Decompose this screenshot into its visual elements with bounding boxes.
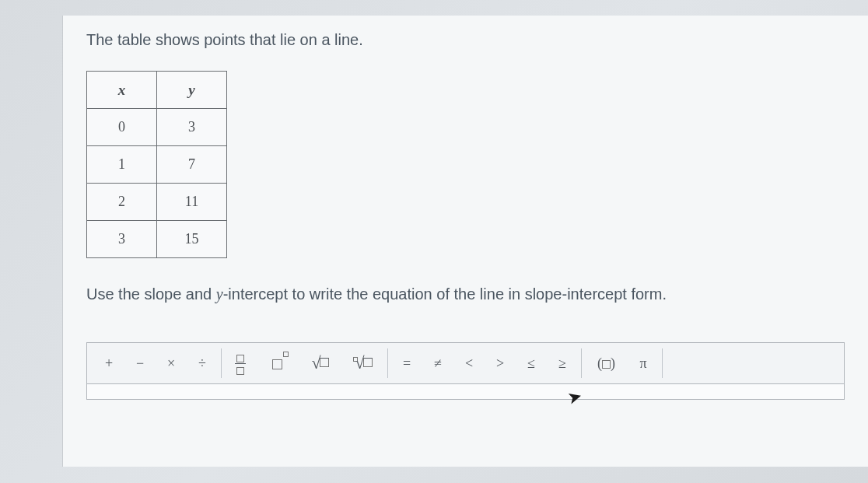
table-header-row: x y xyxy=(87,72,227,109)
minus-button[interactable]: − xyxy=(124,347,156,380)
cell-y: 3 xyxy=(157,109,227,146)
table-row: 1 7 xyxy=(87,146,227,184)
cell-x: 2 xyxy=(87,184,157,221)
header-x: x xyxy=(87,72,157,109)
points-table: x y 0 3 1 7 2 11 3 15 xyxy=(86,71,227,258)
cell-y: 15 xyxy=(157,221,227,258)
table-row: 2 11 xyxy=(87,184,227,221)
math-toolbar: + − × ÷ √ √ = xyxy=(86,342,845,384)
nth-root-button[interactable]: √ xyxy=(341,347,384,380)
table-row: 0 3 xyxy=(87,109,227,146)
greater-than-button[interactable]: > xyxy=(485,347,516,380)
sqrt-button[interactable]: √ xyxy=(299,347,341,380)
instruction-post: -intercept to write the equation of the … xyxy=(223,285,667,303)
exponent-button[interactable] xyxy=(256,347,299,380)
plus-button[interactable]: + xyxy=(93,347,124,380)
question-panel: The table shows points that lie on a lin… xyxy=(62,16,868,467)
cell-y: 11 xyxy=(157,184,227,221)
table-row: 3 15 xyxy=(87,221,227,258)
greater-equal-button[interactable]: ≥ xyxy=(547,347,578,380)
toolbar-divider xyxy=(221,348,222,378)
pi-button[interactable]: π xyxy=(628,347,659,380)
cell-x: 1 xyxy=(87,146,157,184)
equals-button[interactable]: = xyxy=(391,347,422,380)
cell-x: 3 xyxy=(87,221,157,258)
exponent-icon xyxy=(272,355,282,372)
nth-root-icon: √ xyxy=(353,353,372,373)
cell-y: 7 xyxy=(157,146,227,184)
instruction-pre: Use the slope and xyxy=(86,285,216,303)
toolbar-divider xyxy=(662,348,663,378)
divide-button[interactable]: ÷ xyxy=(187,347,218,380)
sqrt-icon: √ xyxy=(311,353,328,373)
fraction-icon xyxy=(235,352,246,374)
instruction-text: Use the slope and y-intercept to write t… xyxy=(86,285,845,303)
not-equals-button[interactable]: ≠ xyxy=(422,347,453,380)
header-y: y xyxy=(157,72,227,109)
toolbar-divider xyxy=(581,348,582,378)
less-than-button[interactable]: < xyxy=(453,347,485,380)
toolbar-divider xyxy=(387,348,388,378)
less-equal-button[interactable]: ≤ xyxy=(516,347,547,380)
fraction-button[interactable] xyxy=(225,347,256,380)
cell-x: 0 xyxy=(87,109,157,146)
instruction-var: y xyxy=(216,285,223,303)
parentheses-icon: () xyxy=(597,355,615,372)
answer-input[interactable] xyxy=(86,384,845,400)
question-prompt: The table shows points that lie on a lin… xyxy=(86,31,845,49)
parentheses-button[interactable]: () xyxy=(585,347,628,380)
times-button[interactable]: × xyxy=(156,347,187,380)
